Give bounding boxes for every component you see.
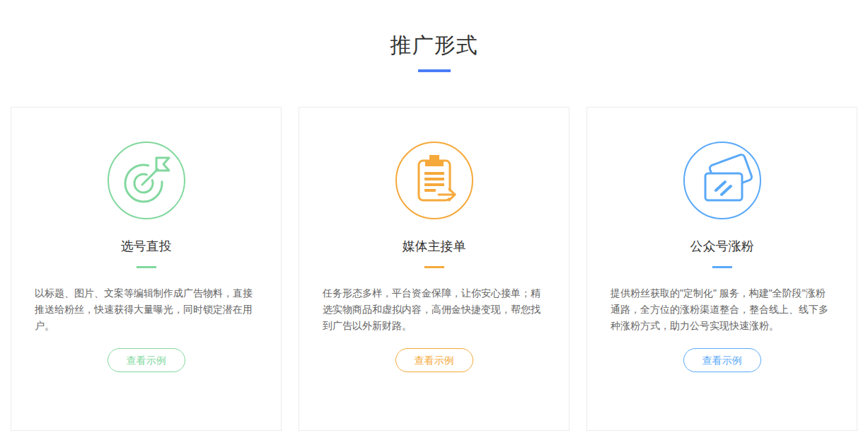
card-title: 媒体主接单: [299, 239, 569, 253]
cards-row: 选号直投 以标题、图片、文案等编辑制作成广告物料，直接推送给粉丝，快速获得大量曝…: [11, 107, 857, 431]
card-description: 提供粉丝获取的"定制化" 服务，构建"全阶段"涨粉通路，全方位的涨粉渠道整合，整…: [611, 285, 833, 334]
card-underline: [424, 266, 444, 268]
promotion-section: 推广形式 选号直投 以标题、图片、文案等编辑制作成广告物料，直接推送给粉丝，快速…: [0, 0, 868, 443]
page-title: 推广形式: [0, 30, 868, 61]
card-underline: [712, 266, 732, 268]
title-underline: [418, 69, 451, 72]
stacked-cards-icon: [683, 141, 762, 220]
section-header: 推广形式: [0, 0, 868, 72]
card-direct-post: 选号直投 以标题、图片、文案等编辑制作成广告物料，直接推送给粉丝，快速获得大量曝…: [11, 107, 282, 431]
card-fans-growth: 公众号涨粉 提供粉丝获取的"定制化" 服务，构建"全阶段"涨粉通路，全方位的涨粉…: [586, 107, 857, 431]
card-title: 选号直投: [11, 239, 281, 253]
view-example-button[interactable]: 查看示例: [683, 348, 761, 372]
card-description: 任务形态多样，平台资金保障，让你安心接单；精选实物商品和虚拟内容，高佣金快捷变现…: [323, 285, 545, 334]
card-media-orders: 媒体主接单 任务形态多样，平台资金保障，让你安心接单；精选实物商品和虚拟内容，高…: [299, 107, 569, 431]
card-title: 公众号涨粉: [587, 239, 857, 253]
card-underline: [137, 266, 156, 268]
view-example-button[interactable]: 查看示例: [108, 348, 185, 372]
card-description: 以标题、图片、文案等编辑制作成广告物料，直接推送给粉丝，快速获得大量曝光，同时锁…: [35, 285, 257, 334]
view-example-button[interactable]: 查看示例: [395, 348, 473, 372]
target-dart-icon: [107, 141, 186, 220]
clipboard-arrow-icon: [395, 141, 474, 220]
